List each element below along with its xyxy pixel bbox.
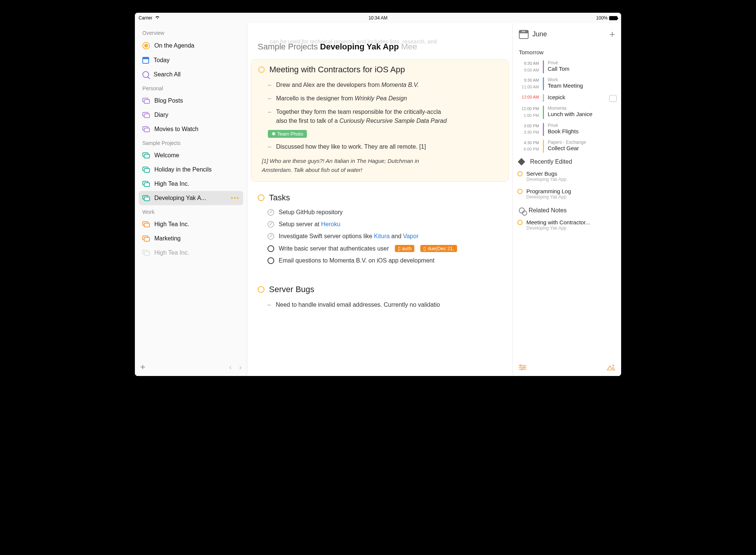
note-line[interactable]: Need to handle invalid email addresses. … (276, 300, 440, 309)
note-link[interactable]: Server BugsDeveloping Yak App (517, 168, 617, 186)
task-text[interactable]: Setup server at Heroku (279, 221, 341, 228)
sidebar-item-label: Holiday in the Pencils (154, 166, 239, 173)
note-meeting[interactable]: Meeting with Contractors for iOS App –Dr… (251, 59, 509, 182)
note-server-bugs[interactable]: Server Bugs –Need to handle invalid emai… (251, 279, 509, 318)
checkbox-icon[interactable] (267, 221, 274, 228)
add-button[interactable]: + (140, 362, 145, 372)
task-row[interactable]: Investigate Swift server options like Ki… (258, 230, 502, 242)
task-row[interactable]: Write basic server that authenticates us… (258, 242, 502, 255)
sidebar-item-label: High Tea Inc. (154, 221, 239, 228)
task-row[interactable]: Setup server at Heroku (258, 218, 502, 230)
task-text[interactable]: Setup GitHub repository (279, 209, 343, 216)
sidebar-item-label: Blog Posts (154, 97, 239, 104)
tag-chip[interactable]: ▯auth (395, 245, 414, 252)
sidebar-item-on-the-agenda[interactable]: On the Agenda (139, 38, 243, 53)
task-row[interactable]: Setup GitHub repository (258, 206, 502, 218)
sidebar-item-holiday[interactable]: Holiday in the Pencils (139, 163, 243, 177)
sidebar-item-welcome[interactable]: Welcome (139, 148, 243, 163)
sidebar-item-hightea-work[interactable]: High Tea Inc. (139, 217, 243, 231)
task-text[interactable]: Write basic server that authenticates us… (279, 245, 389, 252)
sidebar-item-search-all[interactable]: Search All (139, 67, 243, 82)
event-times: 4:30 PM6:00 PM (517, 140, 539, 153)
project-icon (142, 126, 150, 132)
event-title: Book Flights (548, 128, 617, 134)
link[interactable]: Heroku (321, 221, 341, 227)
clock: 10:34 AM (369, 15, 388, 21)
task-row[interactable]: Email questions to Momenta B.V. on iOS a… (258, 255, 502, 267)
main-content[interactable]: can be used for technical projects, and … (247, 23, 512, 376)
add-event-button[interactable]: + (610, 28, 615, 40)
checkbox-icon[interactable] (267, 257, 274, 264)
note-title[interactable]: Meeting with Contractors for iOS App (269, 65, 405, 75)
clipboard-icon: ▯ (423, 246, 426, 251)
preferences-button[interactable] (519, 364, 526, 372)
calendar-event[interactable]: 12:00 AM Icepick (517, 92, 617, 104)
note-link-sub: Developing Yak App (526, 194, 617, 200)
calendar-event[interactable]: 4:30 PM6:00 PM Papers - ExchangeCollect … (517, 138, 617, 155)
search-icon (142, 71, 149, 78)
tag-chip[interactable]: ▯due(Dec 21, (420, 245, 457, 252)
project-icon (142, 250, 150, 256)
note-line[interactable]: Drew and Alex are the developers from Mo… (276, 81, 419, 90)
sidebar-item-marketing[interactable]: Marketing (139, 231, 243, 246)
task-text[interactable]: Email questions to Momenta B.V. on iOS a… (279, 257, 435, 264)
sidebar-item-developing-yak[interactable]: Developing Yak A... ••• (139, 191, 243, 205)
sidebar-item-label: Today (154, 57, 239, 64)
calendar-event[interactable]: 12:00 PM1:00 PM MomentaLunch with Janice (517, 104, 617, 121)
checkbox-icon[interactable] (267, 245, 274, 252)
gallery-button[interactable] (607, 364, 615, 372)
calendar-event[interactable]: 9:30 AM11:00 AM WorkTeam Meeting (517, 75, 617, 92)
attachment-chip[interactable]: ✱Team Photo (268, 130, 307, 138)
sidebar-item-high-tea-sample[interactable]: High Tea Inc. (139, 177, 243, 191)
checkbox-icon[interactable] (267, 233, 274, 240)
event-title: Icepick (548, 94, 605, 100)
event-times: 9:30 AM11:00 AM (517, 77, 539, 90)
calendar-event[interactable]: 3:00 PM3:30 PM PrivéBook Flights (517, 121, 617, 138)
event-times: 3:00 PM3:30 PM (517, 123, 539, 136)
note-link[interactable]: Meeting with Contractor...Developing Yak… (517, 217, 617, 234)
event-calendar: Papers - Exchange (548, 140, 617, 145)
note-link[interactable]: Programming LogDeveloping Yak App (517, 186, 617, 203)
event-title: Collect Gear (548, 145, 617, 151)
footnote[interactable]: [1] Who are these guys?! An Italian in T… (258, 154, 502, 175)
link[interactable]: Kitura (374, 233, 390, 239)
note-link-title: Meeting with Contractor... (526, 219, 617, 225)
checkbox-icon[interactable] (267, 209, 274, 216)
note-title[interactable]: Server Bugs (269, 285, 314, 294)
note-link-title: Server Bugs (526, 170, 617, 177)
sidebar-item-blog-posts[interactable]: Blog Posts (139, 94, 243, 108)
battery-icon (609, 16, 617, 20)
sidebar-item-label: High Tea Inc. (154, 181, 239, 187)
sidebar-item-label: Developing Yak A... (154, 195, 226, 201)
nav-back-button[interactable]: ‹ (229, 363, 232, 371)
sidebar-item-label: On the Agenda (154, 42, 239, 49)
sidebar-item-today[interactable]: Today (139, 53, 243, 67)
event-calendar: Privé (548, 123, 617, 128)
note-badge-icon[interactable] (609, 95, 617, 102)
sidebar-section-sample: Sample Projects (139, 136, 243, 148)
event-color-bar (543, 77, 544, 90)
nav-forward-button[interactable]: › (239, 363, 242, 371)
note-line[interactable]: Marcello is the designer from Wrinkly Pe… (276, 94, 407, 103)
sidebar-item-hightea-work-2[interactable]: High Tea Inc. (139, 246, 243, 260)
event-times: 12:00 AM (517, 94, 539, 102)
link[interactable]: Vapor (403, 233, 419, 239)
sidebar-section-overview: Overview (139, 26, 243, 38)
note-line[interactable]: Discussed how they like to work. They ar… (276, 142, 426, 151)
note-line[interactable]: Together they form the team responsible … (276, 107, 447, 125)
project-icon (142, 236, 150, 242)
task-text[interactable]: Investigate Swift server options like Ki… (279, 233, 418, 240)
faded-preview-text: can be used for technical projects, and … (255, 38, 505, 46)
note-status-icon (258, 286, 264, 293)
sidebar-item-label: Movies to Watch (154, 126, 239, 133)
project-icon (142, 181, 150, 187)
note-tasks[interactable]: Tasks Setup GitHub repository Setup serv… (251, 188, 509, 273)
note-title[interactable]: Tasks (269, 193, 290, 203)
sidebar-item-movies[interactable]: Movies to Watch (139, 122, 243, 136)
calendar-event[interactable]: 8:30 AM9:00 AM PrivéCall Tom (517, 58, 617, 75)
recent-icon (518, 158, 525, 166)
calendar-month-button[interactable]: JUN June (519, 30, 547, 39)
event-title: Team Meeting (548, 82, 617, 89)
sidebar-item-diary[interactable]: Diary (139, 108, 243, 122)
more-icon[interactable]: ••• (231, 195, 239, 201)
